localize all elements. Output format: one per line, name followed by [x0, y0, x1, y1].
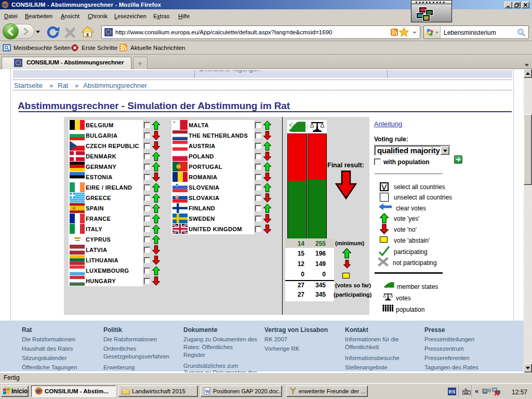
svg-text:W: W	[205, 389, 210, 394]
